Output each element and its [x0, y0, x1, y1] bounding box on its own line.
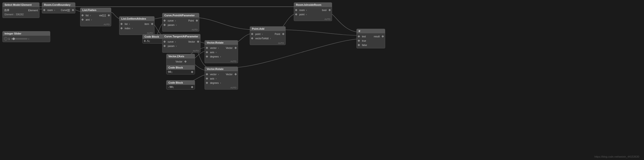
if-result-label: result [373, 35, 380, 38]
code-block-2-node: Code Block 90; [166, 65, 195, 74]
list-in-port [81, 14, 84, 17]
vector-out-label: Vector [187, 41, 196, 43]
pa-vector-in [251, 37, 253, 40]
integer-slider-node: Integer Slider ○ 1 › [2, 31, 50, 42]
flatten-out-port [108, 14, 110, 17]
vr2-vector-in [206, 73, 208, 75]
vr1-out-label: Vector [225, 47, 234, 49]
code-block-3-out [191, 86, 193, 88]
vr2-vector-label: vector [209, 73, 218, 76]
ris-out-port [328, 9, 331, 11]
watermark: https://blog.csdn.net/weixin_44153630 [594, 155, 639, 158]
slider-circle-icon: ○ [4, 37, 8, 41]
point-add-header: Point.Add [250, 27, 286, 31]
vector-rotate-1-node: Vector.Rotate vector › Vector axis › [204, 40, 238, 63]
code-block-3-content: -90; [166, 85, 195, 89]
slider-arrow: › [28, 38, 29, 40]
if-test-in [358, 35, 360, 38]
room-in-port [43, 9, 46, 11]
vector-out-port [197, 41, 199, 43]
list-get-item-header: List.GetItemAtIndex [119, 17, 154, 21]
point-add-node: Point.Add point › Point vectorToAdd › AU… [250, 26, 286, 45]
vr1-degrees-in [206, 55, 208, 58]
code-block-3-node: Code Block -90; [166, 80, 195, 90]
vector-rotate-2-node: Vector.Rotate vector › Vector axis › [204, 67, 238, 90]
curve1-in-port [164, 19, 166, 22]
curve-point-at-param-node: Curve.PointAtParameter curve › Point par… [162, 13, 199, 32]
slider-track[interactable] [11, 38, 28, 40]
integer-slider-control[interactable]: ○ 1 › [3, 37, 50, 41]
vr2-footer: AUTO [205, 86, 238, 89]
vr2-axis-label: axis [209, 77, 215, 80]
pa-out-port [282, 33, 284, 35]
param1-label: param [167, 24, 175, 26]
code-block-2-content: 90; [166, 70, 195, 74]
if-node: If test result true false [356, 29, 385, 48]
point-add-footer: AUTO [250, 41, 286, 45]
list2-label: list [124, 23, 128, 25]
vr2-degrees-label: degrees [209, 82, 220, 84]
list-in-label: list [85, 14, 90, 17]
slider-value: 1 [8, 38, 10, 40]
vector-z-out-label: Vector [175, 60, 183, 63]
param1-in-port [164, 24, 166, 26]
curve-tangent-header: Curve.TangentAtParameter [162, 34, 200, 39]
pa-point-label: point [254, 33, 262, 36]
pa-out-label: Point [274, 33, 281, 36]
list-flatten-header: List.Flatten [80, 8, 111, 12]
code-block-1-value: 0.5; [144, 40, 150, 43]
list-get-item-node: List.GetItemAtIndex list › item index › … [119, 16, 154, 35]
item-out-port [151, 23, 153, 25]
index-label: index [124, 27, 131, 30]
canvas: Select Model Element 选择 Element Element：… [0, 0, 644, 160]
item-out-label: item [144, 23, 150, 25]
list2-in-port [120, 23, 123, 25]
vector-z-out-port [184, 60, 186, 63]
curve-point-footer: AUTO [162, 28, 199, 31]
vector-zaxis-header: Vector.ZAxis [166, 54, 195, 58]
curve2-label: curve [167, 41, 174, 43]
param2-in-port [164, 45, 166, 47]
room-core-boundary-node: Room.CoreBoundary room › Curve[][] [42, 3, 75, 14]
curve-out-label: Curve[][] [60, 9, 71, 12]
flatten-footer: AUTO [80, 23, 111, 26]
curve1-label: curve [167, 19, 174, 22]
curve-out-port [72, 9, 74, 11]
vector-rotate-2-header: Vector.Rotate [205, 67, 238, 71]
room-core-boundary-header: Room.CoreBoundary [42, 3, 75, 7]
select-model-element-node: Select Model Element 选择 Element Element：… [2, 3, 40, 18]
select-label: 选择 [4, 8, 9, 12]
curve-tangent-node: Curve.TangentAtParameter curve › Vector … [162, 34, 200, 53]
ris-room-label: room [298, 9, 306, 12]
slider-thumb[interactable] [12, 38, 15, 40]
room-is-inside-header: Room.IsInsideRoom [294, 3, 332, 7]
vr1-vector-in [206, 47, 208, 49]
room-arrow: › [54, 9, 56, 12]
vr1-out-port [234, 47, 237, 49]
vr1-footer: AUTO [205, 60, 238, 63]
pa-point-in [251, 33, 253, 35]
vr1-vector-label: vector [209, 47, 218, 49]
vr1-axis-in [206, 51, 208, 53]
integer-slider-header: Integer Slider [3, 31, 50, 36]
if-false-in [358, 44, 360, 46]
point-out-port [196, 19, 198, 22]
index-in-port [120, 27, 123, 30]
vector-rotate-1-header: Vector.Rotate [205, 41, 238, 45]
curve-point-header: Curve.PointAtParameter [162, 13, 199, 18]
if-test-label: test [361, 35, 367, 38]
curve2-in-port [164, 41, 166, 43]
element-label: Element [28, 9, 38, 12]
param2-label: param [167, 45, 175, 47]
ris-point-in [295, 13, 297, 16]
code-block-2-out [191, 71, 193, 73]
if-header: If [357, 29, 385, 33]
vr1-axis-label: axis [209, 51, 215, 54]
amt-in-port [81, 19, 84, 21]
vr2-degrees-in [206, 82, 208, 84]
amt-label: amt [85, 19, 91, 21]
select-model-element-header: Select Model Element [3, 3, 39, 7]
ris-out-label: bool [321, 9, 328, 12]
vr2-out-port [234, 73, 237, 75]
if-true-label: true [361, 40, 367, 42]
